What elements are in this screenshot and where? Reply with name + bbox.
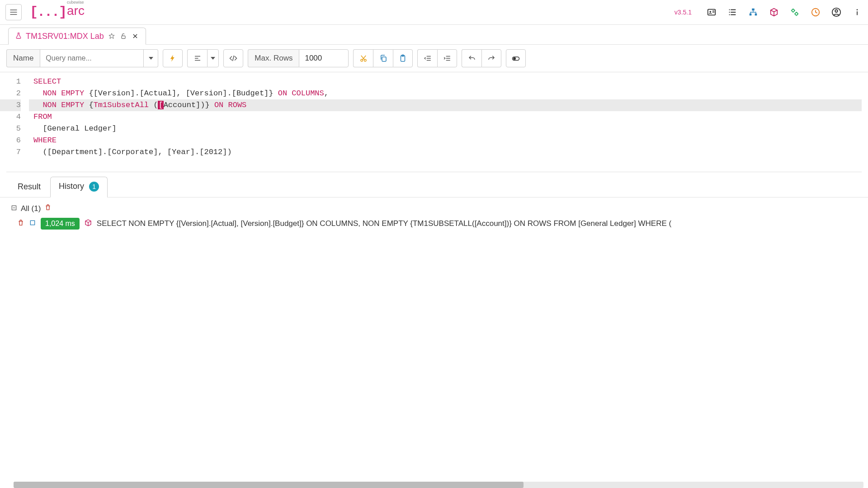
list-icon[interactable]: [727, 7, 738, 18]
close-tab-button[interactable]: [131, 32, 139, 40]
topbar-right: v3.5.1: [675, 7, 863, 18]
indent-button[interactable]: [437, 49, 457, 67]
logo-name: arc: [67, 5, 85, 17]
id-card-icon[interactable]: [706, 7, 717, 18]
editor-code[interactable]: SELECT NON EMPTY {[Version].[Actual], [V…: [29, 75, 862, 169]
tab-history[interactable]: History 1: [50, 177, 108, 197]
editor-gutter: 1234567: [0, 75, 29, 169]
code-icon: [229, 54, 237, 62]
history-all-row: All (1): [11, 204, 857, 213]
info-icon[interactable]: [852, 7, 863, 18]
svg-point-1: [709, 11, 711, 13]
history-all-label: All (1): [21, 204, 41, 213]
indent-icon: [443, 54, 451, 62]
query-name-dropdown[interactable]: [144, 49, 158, 67]
chevron-down-icon: [211, 57, 215, 60]
svg-rect-4: [755, 14, 757, 16]
toggle-icon: [512, 54, 520, 62]
version-label: v3.5.1: [675, 9, 692, 16]
paste-icon: [399, 54, 407, 62]
toolbar: Name Max. Rows: [0, 45, 868, 72]
redo-button[interactable]: [481, 49, 501, 67]
format-group: [187, 49, 219, 67]
cube-icon: [84, 219, 92, 229]
history-count-badge: 1: [89, 182, 99, 192]
app-logo: [...] cubewise arc: [30, 5, 85, 20]
toggle-button[interactable]: [506, 49, 526, 67]
delete-entry-button[interactable]: [17, 219, 24, 229]
hierarchy-icon[interactable]: [748, 7, 759, 18]
logo-bracket: [...]: [30, 5, 66, 20]
paste-button[interactable]: [393, 49, 413, 67]
cut-button[interactable]: [353, 49, 373, 67]
mdx-editor[interactable]: 1234567 SELECT NON EMPTY {[Version].[Act…: [0, 72, 868, 172]
history-entry[interactable]: 1,024 ms SELECT NON EMPTY {[Version].[Ac…: [11, 218, 857, 230]
svg-rect-2: [752, 9, 755, 11]
undo-button[interactable]: [462, 49, 481, 67]
cut-icon: [359, 54, 368, 62]
svg-point-9: [835, 10, 838, 13]
clipboard-group: [353, 49, 413, 67]
tab-result[interactable]: Result: [9, 177, 49, 197]
format-button[interactable]: [187, 49, 207, 67]
svg-point-19: [513, 57, 516, 60]
execute-button[interactable]: [163, 49, 183, 67]
menu-toggle-button[interactable]: [5, 4, 22, 20]
redo-icon: [487, 54, 495, 62]
user-icon[interactable]: [831, 7, 842, 18]
maxrows-input[interactable]: [299, 49, 349, 67]
results-tabs: Result History 1: [0, 172, 868, 197]
chevron-down-icon: [149, 57, 153, 60]
undo-icon: [468, 54, 476, 62]
maxrows-group: Max. Rows: [248, 49, 349, 67]
copy-entry-button[interactable]: [29, 219, 36, 229]
flask-icon: [15, 32, 22, 41]
cube-icon[interactable]: [769, 7, 779, 18]
favorite-button[interactable]: [108, 32, 116, 40]
svg-rect-21: [30, 221, 34, 225]
collapse-icon[interactable]: [11, 204, 17, 213]
topbar: [...] cubewise arc v3.5.1: [0, 0, 868, 25]
unlock-icon[interactable]: [119, 32, 127, 40]
gears-icon[interactable]: [789, 7, 800, 18]
svg-point-10: [857, 9, 858, 10]
execution-time-badge: 1,024 ms: [41, 218, 80, 230]
svg-point-6: [795, 13, 798, 15]
code-button[interactable]: [223, 49, 243, 67]
clock-icon[interactable]: [810, 7, 821, 18]
format-dropdown[interactable]: [207, 49, 219, 67]
svg-rect-12: [122, 36, 125, 38]
history-group: [462, 49, 501, 67]
svg-rect-11: [857, 11, 858, 15]
align-icon: [193, 54, 202, 62]
editor-tab[interactable]: TM1SRV01:MDX Lab: [8, 28, 146, 45]
svg-point-5: [792, 9, 795, 12]
lightning-icon: [169, 54, 177, 62]
tab-label: TM1SRV01:MDX Lab: [26, 32, 104, 41]
svg-rect-3: [750, 14, 752, 16]
tab-history-label: History: [59, 182, 84, 191]
indent-group: [417, 49, 457, 67]
copy-icon: [379, 54, 387, 62]
history-panel: All (1) 1,024 ms SELECT NON EMPTY {[Vers…: [0, 197, 868, 236]
outdent-button[interactable]: [417, 49, 437, 67]
name-field-label: Name: [6, 49, 40, 67]
hamburger-icon: [9, 8, 18, 17]
history-query-text: SELECT NON EMPTY {[Version].[Actual], [V…: [97, 219, 671, 228]
svg-rect-15: [382, 57, 386, 61]
clear-all-button[interactable]: [44, 204, 52, 213]
outdent-icon: [424, 54, 432, 62]
query-name-group: Name: [6, 49, 158, 67]
tabbar: TM1SRV01:MDX Lab: [0, 25, 868, 45]
query-name-input[interactable]: [40, 49, 144, 67]
copy-button[interactable]: [373, 49, 393, 67]
maxrows-label: Max. Rows: [248, 49, 299, 67]
